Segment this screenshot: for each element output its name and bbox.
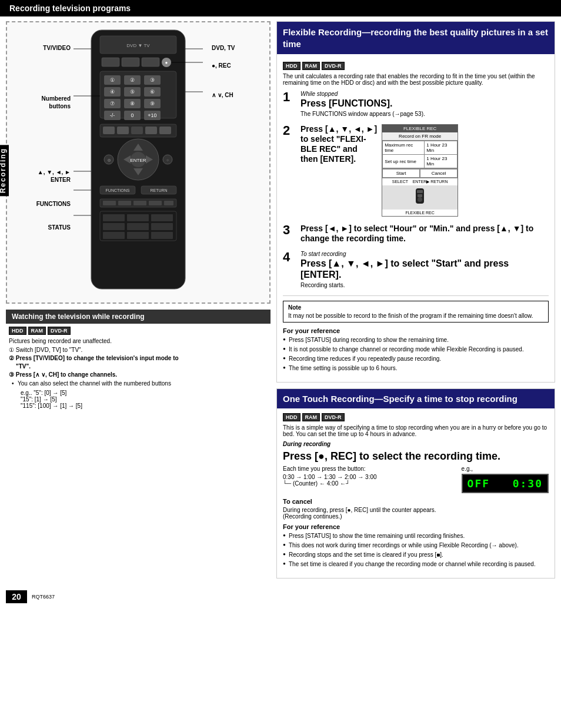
timing-counter: └─ (Counter) ← 4:00 ←┘ (283, 480, 377, 487)
watching-intro: Pictures being recorded are unaffected. (9, 338, 268, 344)
svg-rect-35 (117, 127, 129, 134)
flex-note-text: It may not be possible to record to the … (288, 313, 543, 319)
one-touch-content: HDD RAM DVD-R This is a simple way of sp… (277, 408, 555, 578)
flex-row1-label: Maximum rec time (383, 141, 425, 155)
svg-text:①: ① (110, 77, 115, 83)
svg-rect-5 (142, 58, 159, 67)
svg-rect-59 (164, 201, 173, 205)
remote-container: TV/VIDEO Numberedbuttons ▲, ▼, ◄, ►ENTER… (12, 27, 259, 298)
flex-rec-badges: HDD RAM DVD-R (283, 62, 549, 70)
flex-badge-ram: RAM (302, 62, 320, 70)
flex-row2-label: Set up rec time (383, 155, 425, 168)
flex-btn-start: Start (382, 169, 420, 178)
svg-text:⑥: ⑥ (150, 89, 155, 95)
svg-text:③: ③ (150, 77, 155, 83)
ot-badge-dvdr: DVD-R (322, 413, 345, 421)
example-1: e.g.. "5": [0] → [5] (21, 390, 268, 396)
svg-text:ENTER: ENTER (130, 158, 146, 163)
enter-label: ▲, ▼, ◄, ►ENTER (12, 168, 71, 184)
badge-ram: RAM (28, 327, 46, 335)
svg-text:⑦: ⑦ (110, 101, 115, 107)
during-recording-label: During recording (283, 441, 549, 447)
svg-text:+10: +10 (148, 112, 156, 118)
flex-ref-item-3: Recording time reduces if you repeatedly… (283, 355, 549, 363)
remote-svg: DVD ▼ TV ● ① ② ③ (74, 27, 203, 292)
svg-rect-80 (418, 194, 422, 197)
caret-ch-label: ∧ ∨, CH (212, 92, 259, 98)
example-3: "115": [100] → [1] → [5] (21, 403, 268, 409)
one-touch-header: One Touch Recording—Specify a time to st… (277, 389, 555, 408)
flex-ref-title: For your reference (283, 327, 549, 334)
step-content-2: Press [▲, ▼, ◄, ►]to select "FLEXI-BLE R… (300, 124, 549, 217)
example-2: "15": [1] → [5] (21, 396, 268, 403)
one-touch-press-text: Press [●, REC] to select the recording t… (283, 450, 549, 463)
timing-text-area: Each time you press the button: 0:30 → 1… (283, 466, 377, 487)
svg-rect-63 (151, 214, 173, 221)
page-header: Recording television programs (0, 0, 561, 16)
dot-rec-label: ●, REC (212, 62, 259, 69)
page-number: 20 (6, 590, 27, 603)
ot-ref-item-1: Press [STATUS] to show the time remainin… (283, 532, 549, 540)
svg-rect-67 (103, 232, 125, 239)
one-touch-intro: This is a simple way of specifying a tim… (283, 424, 549, 437)
svg-rect-34 (103, 127, 115, 134)
svg-rect-69 (151, 232, 173, 239)
functions-label: FUNCTIONS (12, 201, 71, 207)
svg-rect-37 (145, 127, 157, 134)
watching-badges: HDD RAM DVD-R (9, 327, 268, 335)
svg-rect-58 (149, 201, 162, 205)
flex-ref-item-2: It is not possible to change channel or … (283, 345, 549, 354)
svg-text:④: ④ (110, 89, 115, 95)
ot-badge-ram: RAM (302, 413, 320, 421)
svg-text:RETURN: RETURN (150, 188, 167, 192)
svg-rect-68 (127, 232, 149, 239)
flex-btn-row: Start Cancel (382, 168, 458, 178)
svg-point-81 (418, 197, 422, 202)
svg-rect-36 (131, 127, 143, 134)
flex-label: FLEXIBLE REC (382, 210, 458, 216)
to-cancel-title: To cancel (283, 498, 549, 505)
page-footer: 20 RQT6637 (0, 590, 561, 609)
svg-text:-/-: -/- (110, 112, 115, 118)
svg-rect-38 (159, 127, 171, 134)
recording-side-label: Recording (0, 145, 9, 196)
svg-text:②: ② (130, 77, 135, 83)
step-main-4: Press [▲, ▼, ◄, ►] to select "Start" and… (300, 258, 549, 280)
left-column: TV/VIDEO Numberedbuttons ▲, ▼, ◄, ►ENTER… (6, 21, 271, 584)
flex-remote-icon (382, 185, 458, 210)
flex-note-title: Note (288, 304, 543, 311)
flex-ref-list: Press [STATUS] during recording to show … (283, 336, 549, 373)
timing-sequence: 0:30 → 1:00 → 1:30 → 2:00 → 3:00 (283, 474, 377, 480)
watching-step2b: "TV". (16, 363, 268, 370)
one-touch-timing-row: Each time you press the button: 0:30 → 1… (283, 466, 549, 493)
flex-screen-title: FLEXIBLE REC (382, 125, 458, 132)
svg-text:⑧: ⑧ (130, 101, 135, 107)
step-subtitle-4: To start recording (300, 251, 549, 257)
off-display: OFF 0:30 (462, 474, 549, 493)
off-display-off: OFF (468, 477, 490, 490)
svg-text:◎: ◎ (108, 158, 111, 162)
one-touch-badges: HDD RAM DVD-R (283, 413, 549, 421)
each-time-text: Each time you press the button: (283, 466, 377, 472)
svg-rect-64 (103, 223, 125, 230)
flex-step-4: 4 To start recording Press [▲, ▼, ◄, ►] … (283, 251, 549, 288)
flex-ref-item-1: Press [STATUS] during recording to show … (283, 336, 549, 344)
one-touch-ref-section: For your reference Press [STATUS] to sho… (283, 523, 549, 569)
numbered-buttons-label: Numberedbuttons (12, 95, 71, 110)
svg-text:●: ● (165, 60, 168, 65)
eg-label: e.g., OFF 0:30 (462, 466, 549, 493)
step-subtitle-1: While stopped (300, 91, 549, 97)
flex-btn3: SELECT ENTER▶ RETURN (382, 178, 458, 185)
tv-video-label: TV/VIDEO (12, 45, 71, 51)
svg-rect-65 (127, 223, 149, 230)
step-desc-1: The FUNCTIONS window appears (→page 53). (300, 111, 549, 117)
flex-step-2: 2 Press [▲, ▼, ◄, ►]to select "FLEXI-BLE… (283, 124, 549, 217)
svg-rect-56 (118, 201, 131, 205)
dvd-tv-label: DVD, TV (212, 45, 259, 51)
one-touch-ref-list: Press [STATUS] to show the time remainin… (283, 532, 549, 569)
flex-ref-item-4: The time setting is possible up to 6 hou… (283, 364, 549, 373)
flex-step-1: 1 While stopped Press [FUNCTIONS]. The F… (283, 91, 549, 117)
svg-text:○: ○ (166, 158, 169, 162)
watching-step1: ① Switch [DVD, TV] to "TV". (9, 347, 268, 353)
one-touch-section: One Touch Recording—Specify a time to st… (276, 388, 555, 579)
